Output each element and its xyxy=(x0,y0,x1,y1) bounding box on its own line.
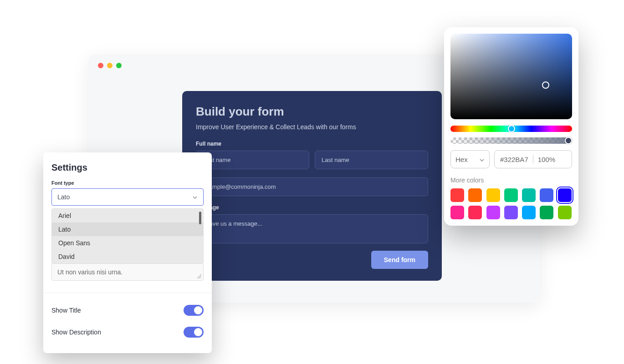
font-selected-value: Lato xyxy=(57,193,70,201)
color-format-value: Hex xyxy=(455,156,468,163)
show-title-label: Show Title xyxy=(51,307,81,314)
show-description-row: Show Description xyxy=(51,321,204,343)
window-minimize-dot[interactable] xyxy=(107,63,113,68)
email-input[interactable]: example@commoninja.com xyxy=(196,177,428,196)
color-swatch-2[interactable] xyxy=(486,188,500,202)
hue-slider[interactable] xyxy=(450,126,572,132)
font-option-opensans[interactable]: Open Sans xyxy=(52,236,203,250)
color-swatch-0[interactable] xyxy=(450,188,464,202)
firstname-input[interactable]: First name xyxy=(196,151,309,169)
form-subtitle: Improve User Experience & Collect Leads … xyxy=(196,123,428,131)
gradient-cursor[interactable] xyxy=(542,81,549,89)
color-swatch-10[interactable] xyxy=(504,206,518,219)
hex-divider xyxy=(533,155,533,163)
settings-divider xyxy=(43,293,212,293)
more-colors-label: More colors xyxy=(450,177,572,184)
color-picker-panel: Hex #322BA7 100% More colors xyxy=(444,27,578,226)
chevron-down-icon xyxy=(192,194,198,200)
color-swatch-13[interactable] xyxy=(558,206,572,219)
font-dropdown-list: Ariel Lato Open Sans David xyxy=(51,208,204,264)
show-description-label: Show Description xyxy=(51,329,101,336)
color-swatches xyxy=(450,188,572,219)
message-label: Message xyxy=(196,204,428,211)
font-option-lato[interactable]: Lato xyxy=(52,222,203,236)
font-type-select[interactable]: Lato xyxy=(51,188,204,206)
settings-textarea[interactable]: Ut non varius nisi urna. xyxy=(51,263,204,281)
color-swatch-5[interactable] xyxy=(540,188,553,202)
color-swatch-7[interactable] xyxy=(450,206,464,219)
color-swatch-3[interactable] xyxy=(504,188,518,202)
opacity-value: 100% xyxy=(538,156,555,163)
color-swatch-6[interactable] xyxy=(558,188,572,202)
hue-cursor[interactable] xyxy=(508,125,515,132)
font-option-ariel[interactable]: Ariel xyxy=(52,209,203,222)
color-gradient-area[interactable] xyxy=(450,34,572,119)
color-swatch-11[interactable] xyxy=(522,206,536,219)
alpha-slider[interactable] xyxy=(450,137,572,144)
window-maximize-dot[interactable] xyxy=(116,63,122,68)
color-swatch-8[interactable] xyxy=(468,206,482,219)
hex-value: #322BA7 xyxy=(500,156,528,163)
font-type-label: Font type xyxy=(51,180,204,186)
color-format-select[interactable]: Hex xyxy=(450,150,490,168)
font-option-david[interactable]: David xyxy=(52,250,203,263)
color-swatch-9[interactable] xyxy=(486,206,500,219)
form-builder-preview: Build your form Improve User Experience … xyxy=(182,91,442,281)
settings-panel: Settings Font type Lato Ariel Lato Open … xyxy=(43,152,212,353)
send-form-button[interactable]: Send form xyxy=(371,251,428,269)
message-textarea[interactable]: Leave us a message... xyxy=(196,214,428,243)
color-swatch-1[interactable] xyxy=(468,188,482,202)
hex-value-input[interactable]: #322BA7 100% xyxy=(494,150,572,168)
show-title-toggle[interactable] xyxy=(184,305,204,316)
color-inputs-row: Hex #322BA7 100% xyxy=(450,150,572,168)
form-title: Build your form xyxy=(196,105,428,119)
color-swatch-4[interactable] xyxy=(522,188,536,202)
fullname-label: Full name xyxy=(196,141,428,147)
fullname-row: First name Last name xyxy=(196,151,428,169)
color-swatch-12[interactable] xyxy=(540,206,553,219)
show-title-row: Show Title xyxy=(51,299,204,321)
show-description-toggle[interactable] xyxy=(184,327,204,338)
alpha-cursor[interactable] xyxy=(565,137,572,144)
lastname-input[interactable]: Last name xyxy=(315,151,428,169)
settings-title: Settings xyxy=(51,162,204,173)
chevron-down-icon xyxy=(479,157,485,162)
window-close-dot[interactable] xyxy=(98,63,103,68)
dropdown-scrollbar[interactable] xyxy=(199,212,201,224)
